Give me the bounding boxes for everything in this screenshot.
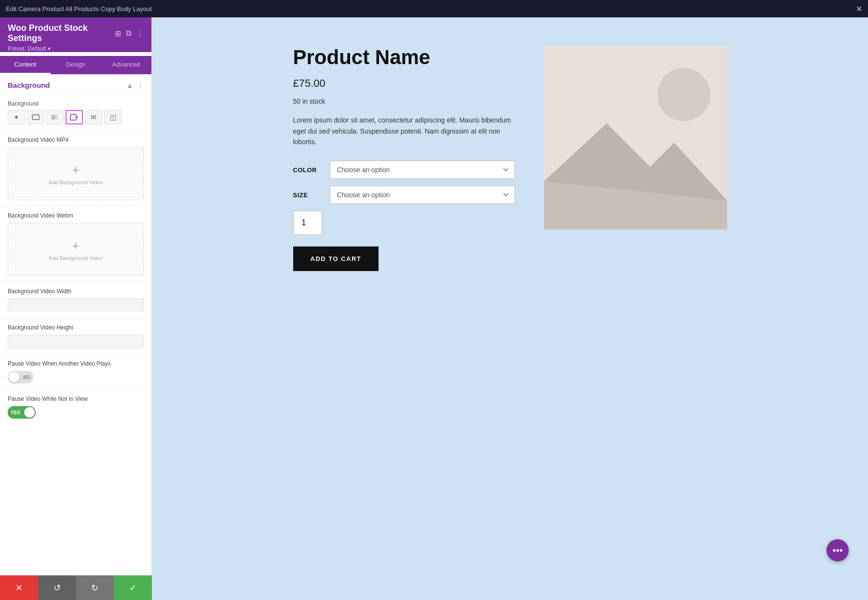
color-label: COLOR — [293, 166, 322, 174]
delete-button[interactable]: ✕ — [0, 575, 38, 600]
quantity-row — [293, 211, 515, 235]
product-price: £75.00 — [293, 77, 515, 90]
pause-view-toggle[interactable]: YES — [8, 406, 36, 419]
duplicate-icon[interactable]: ⧉ — [126, 29, 131, 38]
svg-point-5 — [657, 68, 710, 121]
top-bar-title: Edit Camera Product All Products Copy Bo… — [6, 5, 152, 13]
tab-advanced[interactable]: Advanced — [101, 56, 151, 74]
mp4-label: Background Video MP4 — [8, 136, 144, 143]
size-label: SIZE — [293, 191, 322, 199]
tab-design[interactable]: Design — [51, 56, 101, 74]
background-type-row: ✦ ✉ ◫ — [0, 110, 151, 130]
sidebar-header: Woo Product Stock Settings ⊞ ⧉ ⋮ Preset:… — [0, 17, 151, 52]
save-icon: ✓ — [129, 583, 136, 593]
size-variation-row: SIZE Choose an option — [293, 186, 515, 204]
quantity-input[interactable] — [293, 211, 322, 235]
product-stock: 50 in stock — [293, 97, 515, 105]
add-to-cart-button[interactable]: ADD TO CART — [293, 246, 379, 271]
webm-label: Background Video Webm — [8, 212, 144, 219]
color-variation-row: COLOR Choose an option — [293, 161, 515, 179]
bg-type-video[interactable] — [66, 110, 83, 124]
pause-other-toggle[interactable]: NO — [8, 371, 33, 383]
height-input[interactable] — [8, 335, 144, 348]
collapse-icon[interactable]: ▲ — [126, 82, 133, 89]
preset-selector[interactable]: Preset: Default ▾ — [8, 45, 144, 52]
webm-plus-icon: + — [72, 238, 79, 253]
webm-field-group: Background Video Webm + Add Background V… — [0, 206, 151, 282]
undo-button[interactable]: ↺ — [38, 575, 76, 600]
bottom-bar: ✕ ↺ ↻ ✓ — [0, 575, 152, 600]
bg-type-none[interactable]: ✦ — [8, 110, 25, 124]
section-menu-icon[interactable]: ⋮ — [137, 82, 144, 89]
svg-rect-2 — [70, 114, 76, 120]
sidebar-header-icons: ⊞ ⧉ ⋮ — [115, 29, 144, 38]
width-field-group: Background Video Width — [0, 282, 151, 318]
section-background-header: Background ▲ ⋮ — [0, 74, 151, 95]
undo-icon: ↺ — [54, 583, 61, 593]
pause-other-label: Pause Video When Another Video Plays — [8, 360, 144, 367]
product-card: Product Name £75.00 50 in stock Lorem ip… — [293, 46, 727, 271]
bg-type-classic[interactable] — [27, 110, 44, 124]
pause-other-field-group: Pause Video When Another Video Plays NO — [0, 354, 151, 389]
sidebar: Woo Product Stock Settings ⊞ ⧉ ⋮ Preset:… — [0, 17, 152, 575]
background-label: Background — [0, 95, 151, 110]
sidebar-tabs: Content Design Advanced — [0, 56, 151, 74]
top-bar: Edit Camera Product All Products Copy Bo… — [0, 0, 868, 17]
mp4-upload-label: Add Background Video — [49, 179, 103, 185]
mp4-field-group: Background Video MP4 + Add Background Vi… — [0, 130, 151, 206]
product-image — [544, 46, 727, 230]
pause-view-field-group: Pause Video While Not In View YES — [0, 389, 151, 424]
height-field-group: Background Video Height — [0, 318, 151, 354]
section-title: Background — [8, 81, 50, 89]
color-select[interactable]: Choose an option — [330, 161, 515, 179]
webm-upload-box[interactable]: + Add Background Video — [8, 223, 144, 276]
svg-marker-3 — [77, 116, 78, 118]
pause-view-label: Pause Video While Not In View — [8, 395, 144, 402]
tab-content[interactable]: Content — [0, 56, 51, 74]
toggle-thumb — [9, 372, 19, 382]
more-icon[interactable]: ⋮ — [136, 29, 144, 38]
bg-type-hover[interactable]: ◫ — [104, 110, 122, 124]
bg-type-gradient[interactable] — [46, 110, 64, 124]
sidebar-widget-title: Woo Product Stock Settings — [8, 23, 115, 43]
toggle-no-label: NO — [20, 371, 33, 383]
width-label: Background Video Width — [8, 288, 144, 295]
save-button[interactable]: ✓ — [114, 575, 152, 600]
main-content: Product Name £75.00 50 in stock Lorem ip… — [152, 17, 868, 600]
mp4-plus-icon: + — [72, 163, 79, 177]
bg-type-slideshow[interactable]: ✉ — [85, 110, 102, 124]
mp4-upload-box[interactable]: + Add Background Video — [8, 147, 144, 200]
webm-upload-label: Add Background Video — [49, 255, 103, 261]
size-select[interactable]: Choose an option — [330, 186, 515, 204]
svg-rect-0 — [32, 115, 39, 120]
delete-icon: ✕ — [15, 583, 23, 593]
dot-menu-button[interactable]: ••• — [827, 539, 849, 561]
close-button[interactable]: ✕ — [856, 4, 862, 14]
product-description: Lorem ipsum dolor sit amet, consectetur … — [293, 115, 515, 147]
product-info: Product Name £75.00 50 in stock Lorem ip… — [293, 46, 515, 271]
redo-icon: ↻ — [91, 583, 98, 593]
toggle-yes-label: YES — [8, 406, 23, 419]
product-name: Product Name — [293, 46, 515, 68]
product-image-svg — [544, 46, 727, 230]
width-input[interactable] — [8, 299, 144, 312]
responsive-icon[interactable]: ⊞ — [115, 29, 121, 38]
redo-button[interactable]: ↻ — [76, 575, 114, 600]
svg-rect-1 — [52, 115, 58, 120]
toggle-thumb-on — [24, 407, 35, 418]
height-label: Background Video Height — [8, 324, 144, 331]
